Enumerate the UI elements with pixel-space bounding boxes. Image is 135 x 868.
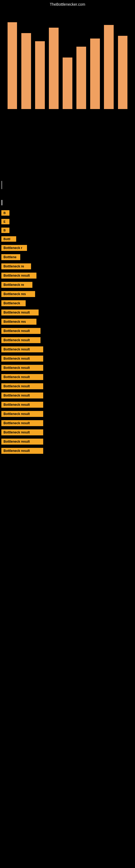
- result-label-r21: Bottleneck result: [1, 393, 43, 399]
- bar-fill: [104, 25, 114, 109]
- result-row-r10: Bottleneck res: [1, 291, 134, 297]
- bar-fill: [35, 41, 45, 109]
- spacer: [1, 372, 134, 374]
- spacer: [1, 344, 134, 346]
- spacer: [1, 335, 134, 337]
- result-label-r26: Bottleneck result: [1, 439, 43, 444]
- spacer: [1, 400, 134, 402]
- spacer: [1, 208, 134, 210]
- result-label-r3: B: [1, 227, 9, 233]
- spacer: [1, 353, 134, 355]
- result-label-r2: E: [1, 219, 9, 224]
- result-row-r25: Bottleneck result: [1, 429, 134, 435]
- result-row-r20: Bottleneck result: [1, 383, 134, 389]
- bar-item: [116, 11, 130, 109]
- result-row-r4: Bottl: [1, 236, 134, 242]
- spacer: [1, 409, 134, 411]
- left-indicator: [1, 181, 2, 189]
- bar-fill: [49, 28, 58, 109]
- spacer: [1, 298, 134, 300]
- spacer: [1, 252, 134, 254]
- bar-chart: [5, 11, 130, 115]
- bar-fill: [90, 38, 100, 109]
- result-label-r12: Bottleneck result: [1, 310, 39, 315]
- result-label-r13: Bottleneck res: [1, 319, 37, 325]
- result-label-r15: Bottleneck result: [1, 337, 41, 343]
- spacer: [1, 418, 134, 420]
- result-row-r22: Bottleneck result: [1, 402, 134, 408]
- result-row-r12: Bottleneck result: [1, 310, 134, 315]
- spacer: [1, 217, 134, 219]
- bar-fill: [8, 22, 17, 109]
- bar-item: [47, 11, 60, 109]
- result-row-r24: Bottleneck result: [1, 420, 134, 426]
- result-label-r17: Bottleneck result: [1, 355, 43, 362]
- result-row-r7: Bottleneck re: [1, 264, 134, 269]
- result-label-r14: Bottleneck result: [1, 328, 41, 334]
- result-row-r11: Bottleneck: [1, 300, 134, 306]
- result-label-r7: Bottleneck re: [1, 264, 31, 269]
- left-indicator-2: [1, 200, 2, 205]
- bar-item: [60, 11, 74, 109]
- result-row-r2: E: [1, 219, 134, 224]
- result-label-r9: Bottleneck re: [1, 282, 32, 288]
- result-label-r10: Bottleneck res: [1, 291, 35, 297]
- spacer: [1, 280, 134, 282]
- result-row-r23: Bottleneck result: [1, 411, 134, 417]
- bar-item: [33, 11, 47, 109]
- chart-inner: [5, 11, 130, 120]
- result-label-r8: Bottleneck result: [1, 273, 37, 279]
- result-label-r23: Bottleneck result: [1, 411, 43, 417]
- bar-item: [5, 11, 19, 109]
- result-label-r19: Bottleneck result: [1, 374, 43, 380]
- bar-item: [19, 11, 33, 109]
- result-label-r6: Bottlene: [1, 254, 20, 260]
- result-label-r1: B: [1, 210, 9, 216]
- bar-fill: [63, 58, 72, 109]
- bar-fill: [21, 33, 31, 109]
- result-row-r8: Bottleneck result: [1, 273, 134, 279]
- result-row-r27: Bottleneck result: [1, 448, 134, 454]
- result-label-r24: Bottleneck result: [1, 420, 43, 426]
- bar-item: [102, 11, 116, 109]
- spacer: [1, 326, 134, 328]
- result-label-r11: Bottleneck: [1, 300, 26, 306]
- result-row-r9: Bottleneck re: [1, 282, 134, 288]
- result-label-r27: Bottleneck result: [1, 448, 43, 454]
- spacer: [1, 225, 134, 227]
- result-label-r20: Bottleneck result: [1, 383, 43, 389]
- bar-item: [88, 11, 102, 109]
- results-container: B E B Bottl Bottleneck r Bottlene Bottle…: [0, 207, 135, 456]
- spacer: [1, 381, 134, 383]
- result-label-r25: Bottleneck result: [1, 429, 43, 435]
- result-row-r1: B: [1, 210, 134, 216]
- spacer: [1, 316, 134, 319]
- spacer: [1, 243, 134, 245]
- chart-area: [0, 11, 135, 125]
- result-row-r26: Bottleneck result: [1, 439, 134, 444]
- spacer: [1, 307, 134, 310]
- spacer: [1, 271, 134, 273]
- result-row-r19: Bottleneck result: [1, 374, 134, 380]
- result-label-r4: Bottl: [1, 236, 16, 242]
- spacer: [1, 390, 134, 393]
- result-row-r18: Bottleneck result: [1, 365, 134, 371]
- result-row-r13: Bottleneck res: [1, 319, 134, 325]
- spacer: [1, 234, 134, 236]
- site-title: TheBottlenecker.com: [0, 0, 135, 9]
- bar-fill: [118, 36, 128, 109]
- result-row-r16: Bottleneck result: [1, 346, 134, 352]
- result-label-r16: Bottleneck result: [1, 346, 43, 352]
- result-row-r14: Bottleneck result: [1, 328, 134, 334]
- spacer: [1, 363, 134, 365]
- spacer: [1, 446, 134, 448]
- bar-fill: [77, 46, 86, 109]
- result-row-r21: Bottleneck result: [1, 393, 134, 399]
- result-row-r17: Bottleneck result: [1, 355, 134, 362]
- bar-item: [75, 11, 88, 109]
- spacer: [1, 427, 134, 429]
- result-label-r22: Bottleneck result: [1, 402, 43, 408]
- result-row-r5: Bottleneck r: [1, 245, 134, 251]
- spacer: [1, 289, 134, 291]
- result-label-r5: Bottleneck r: [1, 245, 27, 251]
